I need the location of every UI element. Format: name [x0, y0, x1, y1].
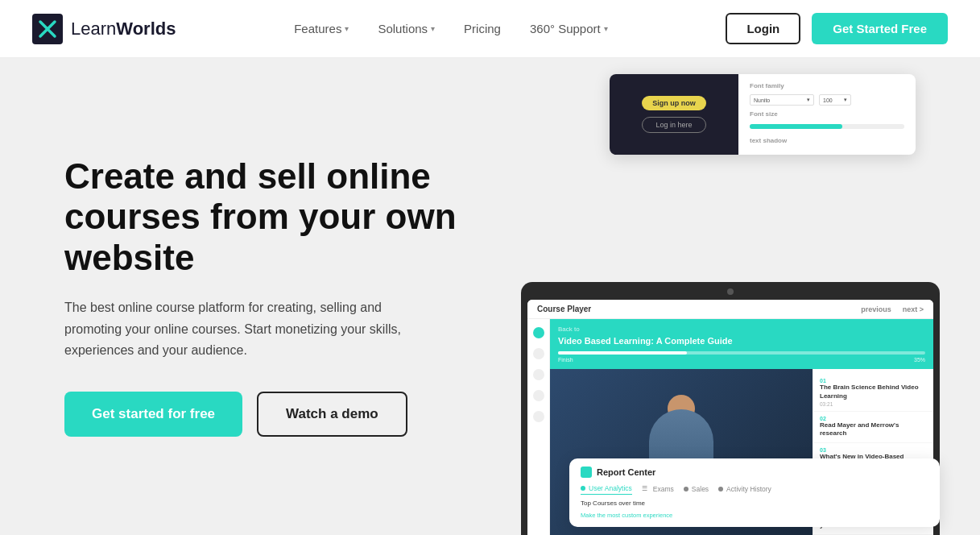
course-header: Back to Video Based Learning: A Complete… — [550, 319, 933, 369]
report-row-1: Top Courses over time — [581, 500, 928, 507]
course-main-title: Video Based Learning: A Complete Guide — [558, 335, 925, 346]
text-shadow-label: text shadow — [750, 137, 904, 144]
signin-pill: Sign up now — [642, 96, 706, 110]
course-progress-fill — [558, 351, 687, 355]
course-player-bar: Course Player previous next > — [527, 300, 933, 319]
sidebar-icon-home[interactable] — [533, 327, 544, 338]
sidebar-icon-4[interactable] — [533, 411, 544, 422]
next-button[interactable]: next > — [903, 305, 924, 313]
hero-buttons: Get started for free Watch a demo — [64, 392, 483, 437]
nav-item-solutions[interactable]: Solutions ▾ — [378, 22, 435, 35]
nav-links: Features ▾ Solutions ▾ Pricing 360° Supp… — [294, 22, 608, 35]
font-weight-select[interactable]: 100▾ — [819, 94, 851, 106]
preview-dark-panel: Sign up now Log in here — [610, 74, 738, 155]
font-family-row: Nunito▾ 100▾ — [750, 94, 904, 106]
sidebar-icon-3[interactable] — [533, 390, 544, 401]
report-center-title: Report Center — [597, 467, 655, 477]
hero-cta-secondary[interactable]: Watch a demo — [257, 392, 407, 437]
tab-dot-3 — [684, 487, 688, 491]
hero-cta-primary[interactable]: Get started for free — [64, 392, 242, 437]
tab-exams[interactable]: ☰ Exams — [642, 483, 674, 495]
report-icon — [581, 467, 592, 478]
logo-icon — [32, 14, 63, 44]
report-row-2: Make the most custom experience — [581, 512, 928, 519]
lesson-item-2[interactable]: 02 Read Mayer and Merrow's research — [813, 412, 933, 443]
nav-item-pricing[interactable]: Pricing — [464, 22, 501, 35]
logo[interactable]: LearnWorlds — [32, 14, 176, 44]
nav-actions: Login Get Started Free — [726, 13, 948, 44]
navbar: LearnWorlds Features ▾ Solutions ▾ Prici… — [0, 0, 980, 58]
tab-sales[interactable]: Sales — [684, 483, 709, 495]
font-size-slider[interactable] — [750, 124, 904, 129]
hero-section: Create and sell online courses from your… — [0, 58, 980, 535]
font-size-label: Font size — [750, 110, 904, 118]
login-button[interactable]: Login — [726, 13, 800, 44]
tab-activity-history[interactable]: Activity History — [718, 483, 771, 495]
preview-properties-panel: Font family Nunito▾ 100▾ Font size text … — [738, 74, 916, 155]
login-pill: Log in here — [642, 117, 706, 133]
hero-right: Sign up now Log in here Font family Nuni… — [483, 58, 932, 535]
report-tabs: User Analytics ☰ Exams Sales Activity Hi… — [581, 483, 928, 495]
prev-button[interactable]: previous — [861, 305, 891, 313]
font-family-select[interactable]: Nunito▾ — [750, 94, 814, 106]
font-family-label: Font family — [750, 82, 904, 89]
nav-item-support[interactable]: 360° Support ▾ — [530, 22, 608, 35]
sidebar-icon-1[interactable] — [533, 348, 544, 359]
report-center-card: Report Center User Analytics ☰ Exams Sal… — [569, 458, 940, 527]
tab-dot-1 — [581, 486, 585, 491]
nav-item-features[interactable]: Features ▾ — [294, 22, 349, 35]
progress-label-left: Finish — [558, 357, 573, 363]
progress-labels: Finish 35% — [558, 357, 925, 363]
get-started-nav-button[interactable]: Get Started Free — [812, 13, 948, 44]
hero-title: Create and sell online courses from your… — [64, 156, 483, 279]
course-progress-bar — [558, 351, 925, 355]
course-player-nav: previous next > — [861, 305, 924, 313]
course-sidebar-icons — [527, 319, 550, 535]
report-top-bar: Report Center — [581, 467, 928, 478]
sidebar-icon-2[interactable] — [533, 369, 544, 380]
course-player-title: Course Player — [537, 305, 591, 313]
progress-label-right: 35% — [914, 357, 925, 363]
hero-subtitle: The best online course platform for crea… — [64, 297, 403, 361]
course-back-label: Back to — [558, 326, 925, 333]
logo-text: LearnWorlds — [71, 19, 176, 39]
hero-left: Create and sell online courses from your… — [64, 156, 483, 438]
ui-builder-preview: Sign up now Log in here Font family Nuni… — [610, 74, 916, 155]
tab-dot-4 — [718, 487, 723, 491]
lesson-item-1[interactable]: 01 The Brain Science Behind Video Learni… — [813, 374, 933, 412]
laptop-camera — [727, 288, 734, 295]
tab-user-analytics[interactable]: User Analytics — [581, 483, 632, 495]
